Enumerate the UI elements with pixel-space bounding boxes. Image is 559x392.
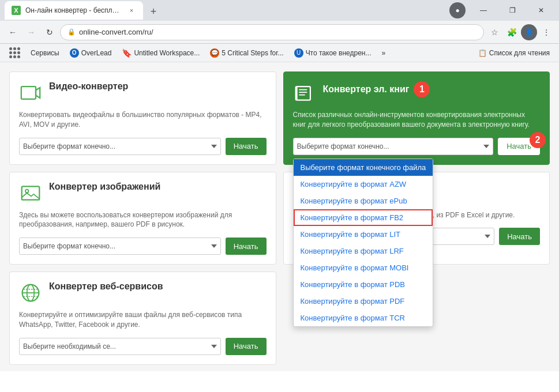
bookmarks-more-label: » (381, 49, 385, 57)
bookmarks-bar: Сервисы O OverLead 🔖 Untitled Workspace.… (0, 44, 559, 62)
image-card-footer: Выберите формат конечно... Начать (19, 238, 267, 255)
video-format-select[interactable]: Выберите формат конечно... (19, 138, 221, 155)
web-service-select[interactable]: Выберите необходимый се... (19, 338, 221, 355)
svg-rect-2 (22, 186, 40, 199)
bookmarks-services-label: Сервисы (31, 49, 59, 57)
bookmarks-critical-label: 5 Critical Steps for... (222, 49, 283, 57)
card-header-image: Конвертер изображений (19, 182, 267, 205)
image-card-title: Конвертер изображений (49, 182, 160, 192)
bookmarks-workspace-label: Untitled Workspace... (134, 49, 200, 57)
reading-list[interactable]: 📋 Список для чтения (474, 47, 554, 59)
image-card-desc: Здесь вы можете воспользоваться конверте… (19, 210, 267, 230)
critical-icon: 💬 (210, 48, 219, 58)
bookmarks-overlead[interactable]: O OverLead (65, 46, 117, 60)
extension-button[interactable]: 🧩 (504, 24, 520, 40)
ebook-title-row: Конвертер эл. книг 1 (323, 81, 541, 97)
bookmarks-overlead-label: OverLead (81, 49, 112, 57)
bookmarks-vne[interactable]: U Что такое внедрен... (290, 46, 376, 60)
url-bar[interactable]: 🔒 online-convert.com/ru/ (60, 24, 484, 40)
web-start-button[interactable]: Начать (226, 338, 267, 355)
svg-rect-0 (21, 86, 36, 99)
dropdown-item-select-format[interactable]: Выберите формат конечного файла (294, 159, 433, 176)
menu-button[interactable]: ⋮ (538, 24, 554, 40)
web-card-footer: Выберите необходимый се... Начать (19, 338, 267, 355)
dropdown-item-pdf[interactable]: Конвертируйте в формат PDF (294, 293, 433, 310)
bookmark-icon: 🔖 (122, 48, 132, 58)
star-button[interactable]: ☆ (486, 24, 502, 40)
ebook-format-select[interactable]: Выберите формат конечно... (293, 138, 494, 155)
reading-list-label: Список для чтения (489, 49, 550, 57)
ebook-converter-card: Конвертер эл. книг 1 Список различных он… (283, 71, 550, 165)
chrome-icon: ● (449, 2, 466, 18)
program-start-button[interactable]: Начать (499, 228, 540, 245)
card-header-video: Видео-конвертер (19, 81, 267, 104)
ebook-card-desc: Список различных онлайн-инструментов кон… (293, 110, 541, 130)
dropdown-item-epub[interactable]: Конвертируйте в формат ePub (294, 193, 433, 209)
vne-icon: U (294, 48, 303, 58)
image-start-button[interactable]: Начать (226, 238, 267, 255)
dropdown-item-azw[interactable]: Конвертируйте в формат AZW (294, 176, 433, 193)
lock-icon: 🔒 (67, 28, 76, 36)
dropdown-item-lit[interactable]: Конвертируйте в формат LIT (294, 226, 433, 243)
tab-close-button[interactable]: × (127, 6, 136, 15)
bookmarks-critical[interactable]: 💬 5 Critical Steps for... (205, 46, 288, 60)
title-bar: X Он-лайн конвертер - бесплатн... × + ● … (0, 0, 559, 21)
cards-grid: Видео-конвертер Конвертировать видеофайл… (9, 71, 550, 365)
new-tab-button[interactable]: + (145, 3, 162, 20)
video-card-footer: Выберите формат конечно... Начать (19, 138, 267, 155)
overlead-icon: O (70, 48, 79, 58)
dropdown-item-tcr[interactable]: Конвертируйте в формат TCR (294, 310, 433, 326)
back-button[interactable]: ← (5, 24, 21, 40)
image-format-select[interactable]: Выберите формат конечно... (19, 238, 221, 255)
bookmarks-vne-label: Что такое внедрен... (306, 49, 372, 57)
forward-button[interactable]: → (23, 24, 39, 40)
dropdown-item-mobi[interactable]: Конвертируйте в формат MOBI (294, 259, 433, 276)
card-header-web: Конвертер веб-сервисов (19, 281, 267, 304)
reading-list-icon: 📋 (478, 49, 487, 57)
minimize-button[interactable]: — (470, 1, 497, 20)
address-actions: ☆ 🧩 👤 ⋮ (486, 24, 554, 40)
bookmarks-services[interactable]: Сервисы (26, 47, 64, 59)
ebook-card-title: Конвертер эл. книг (323, 84, 410, 95)
window-controls: — ❐ ✕ (470, 1, 554, 20)
profile-button[interactable]: 👤 (521, 24, 537, 40)
video-start-button[interactable]: Начать (226, 138, 267, 155)
maximize-button[interactable]: ❐ (499, 1, 526, 20)
active-tab[interactable]: X Он-лайн конвертер - бесплатн... × (5, 1, 143, 20)
video-converter-card: Видео-конвертер Конвертировать видеофайл… (9, 71, 276, 165)
tab-favicon: X (12, 6, 21, 15)
image-icon (19, 182, 42, 205)
ebook-card-footer: Выберите формат конечно... Начать Выбери… (293, 138, 541, 155)
video-card-title: Видео-конвертер (49, 81, 128, 92)
ebook-format-dropdown: Выберите формат конечного файла Конверти… (293, 159, 434, 327)
web-converter-card: Конвертер веб-сервисов Конвертируйте и о… (9, 272, 276, 365)
url-text: online-convert.com/ru/ (79, 28, 477, 36)
apps-grid-icon (9, 47, 20, 58)
close-button[interactable]: ✕ (528, 1, 554, 20)
dropdown-item-fb2[interactable]: Конвертируйте в формат FB2 (294, 209, 433, 226)
bookmarks-apps[interactable] (5, 45, 25, 61)
ebook-icon (293, 81, 316, 104)
web-card-desc: Конвертируйте и оптимизируйте ваши файлы… (19, 310, 267, 330)
tab-bar: X Он-лайн конвертер - бесплатн... × + (5, 1, 225, 20)
image-converter-card: Конвертер изображений Здесь вы можете во… (9, 172, 276, 265)
dropdown-item-pdb[interactable]: Конвертируйте в формат PDB (294, 276, 433, 293)
ebook-badge-1: 1 (414, 81, 430, 97)
tab-title: Он-лайн конвертер - бесплатн... (25, 6, 122, 14)
dropdown-badge-2: 2 (530, 132, 546, 148)
refresh-button[interactable]: ↻ (42, 24, 58, 40)
video-icon (19, 81, 42, 104)
page-content: Видео-конвертер Конвертировать видеофайл… (0, 62, 559, 371)
web-card-title: Конвертер веб-сервисов (49, 281, 163, 292)
svg-point-3 (25, 189, 28, 192)
video-card-desc: Конвертировать видеофайлы в большинство … (19, 110, 267, 130)
bookmarks-workspace[interactable]: 🔖 Untitled Workspace... (117, 46, 204, 60)
address-bar: ← → ↻ 🔒 online-convert.com/ru/ ☆ 🧩 👤 ⋮ (0, 21, 559, 44)
web-icon (19, 281, 42, 304)
card-header-ebook: Конвертер эл. книг 1 (293, 81, 541, 104)
dropdown-item-lrf[interactable]: Конвертируйте в формат LRF (294, 243, 433, 259)
bookmarks-more[interactable]: » (377, 47, 390, 59)
